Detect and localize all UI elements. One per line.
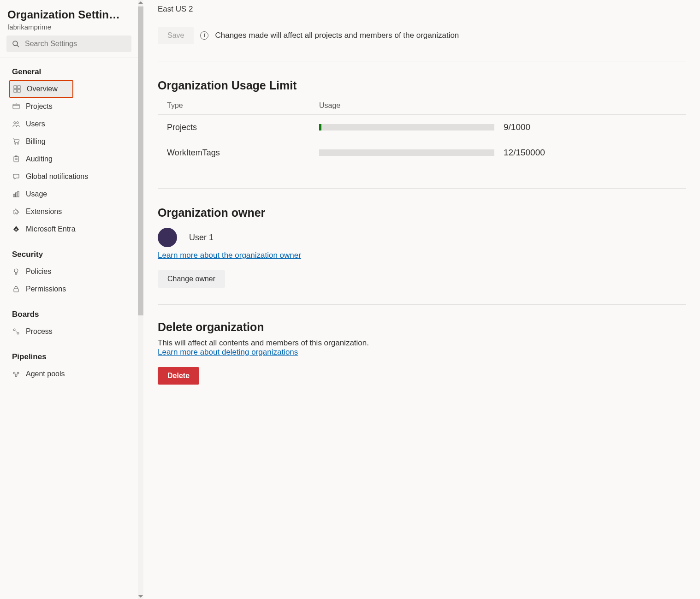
sidebar-item-permissions[interactable]: Permissions	[0, 280, 138, 298]
svg-point-12	[18, 143, 18, 144]
nav-group-security: Security Policies Permissions	[0, 241, 138, 301]
usage-table-header: Type Usage	[158, 97, 686, 115]
agents-icon	[12, 370, 20, 378]
sidebar-item-microsoft-entra[interactable]: Microsoft Entra	[0, 220, 138, 238]
sidebar-item-agent-pools[interactable]: Agent pools	[0, 365, 138, 383]
usage-count: 12/150000	[504, 148, 545, 158]
scroll-up-icon[interactable]	[138, 1, 143, 4]
svg-rect-13	[14, 156, 18, 162]
save-row: Save Changes made will affect all projec…	[158, 27, 686, 44]
svg-rect-2	[14, 86, 17, 89]
svg-rect-18	[16, 193, 17, 197]
sidebar-item-extensions[interactable]: Extensions	[0, 203, 138, 220]
usage-type: WorkItemTags	[167, 148, 319, 158]
usage-bar	[319, 149, 494, 156]
nav-group-title: General	[0, 61, 138, 80]
main-content: East US 2 Save Changes made will affect …	[144, 0, 700, 599]
scroll-thumb[interactable]	[138, 6, 143, 315]
svg-point-10	[17, 122, 18, 124]
delete-description: This will affect all contents and member…	[158, 338, 686, 348]
nav-group-title: Boards	[0, 303, 138, 323]
usage-row-projects: Projects 9/1000	[158, 115, 686, 140]
svg-rect-19	[18, 191, 19, 197]
usage-bar-fill	[319, 124, 321, 130]
entra-icon	[12, 225, 20, 233]
sidebar-item-auditing[interactable]: Auditing	[0, 150, 138, 168]
svg-point-9	[14, 122, 16, 124]
scroll-down-icon[interactable]	[138, 595, 143, 598]
users-icon	[12, 120, 20, 128]
usage-row-workitemtags: WorkItemTags 12/150000	[158, 140, 686, 165]
owner-heading: Organization owner	[158, 206, 686, 219]
svg-point-23	[13, 329, 15, 331]
delete-button[interactable]: Delete	[158, 367, 199, 385]
avatar	[158, 228, 177, 247]
nav-group-title: Security	[0, 243, 138, 263]
search-input[interactable]	[24, 39, 126, 48]
search-settings[interactable]	[6, 36, 131, 52]
svg-point-20	[14, 269, 18, 273]
lock-icon	[12, 285, 20, 293]
sidebar-item-billing[interactable]: Billing	[0, 133, 138, 150]
sidebar-item-usage[interactable]: Usage	[0, 185, 138, 203]
usage-count: 9/1000	[504, 122, 530, 132]
svg-point-25	[13, 372, 15, 374]
save-button: Save	[158, 27, 194, 44]
svg-point-11	[15, 143, 16, 144]
col-usage: Usage	[319, 101, 340, 110]
sidebar-item-process[interactable]: Process	[0, 323, 138, 340]
sidebar-item-users[interactable]: Users	[0, 115, 138, 133]
sidebar-item-overview[interactable]: Overview	[10, 81, 72, 97]
delete-heading: Delete organization	[158, 320, 686, 334]
svg-line-1	[17, 45, 19, 47]
svg-point-0	[13, 41, 18, 46]
owner-learn-more-link[interactable]: Learn more about the organization owner	[158, 251, 301, 260]
sidebar-item-projects[interactable]: Projects	[0, 98, 138, 115]
nav-label: Agent pools	[26, 370, 65, 378]
owner-row: User 1	[158, 228, 686, 247]
owner-name: User 1	[189, 233, 214, 243]
usage-bar	[319, 124, 494, 130]
chart-icon	[12, 190, 20, 198]
nav-label: Projects	[26, 102, 53, 111]
svg-rect-3	[18, 86, 20, 89]
nav-label: Process	[26, 327, 53, 336]
svg-rect-4	[14, 89, 17, 92]
info-icon	[200, 31, 208, 40]
nav-label: Policies	[26, 267, 51, 276]
nav-label: Auditing	[26, 155, 53, 163]
divider	[158, 188, 686, 189]
divider	[158, 61, 686, 61]
highlight-overview: Overview	[9, 80, 73, 98]
delete-learn-more-link[interactable]: Learn more about deleting organizations	[158, 348, 298, 356]
svg-rect-6	[13, 104, 19, 109]
region-value: East US 2	[158, 5, 686, 14]
process-icon	[12, 327, 20, 336]
projects-icon	[12, 102, 20, 111]
page-title: Organization Settin…	[7, 8, 131, 21]
svg-rect-5	[18, 89, 20, 92]
nav-label: Overview	[27, 85, 58, 93]
sidebar-item-policies[interactable]: Policies	[0, 263, 138, 280]
puzzle-icon	[12, 208, 20, 216]
search-icon	[12, 40, 19, 47]
nav-group-pipelines: Pipelines Agent pools	[0, 343, 138, 385]
svg-point-24	[17, 332, 19, 334]
usage-type: Projects	[167, 123, 319, 132]
nav-label: Usage	[26, 190, 47, 198]
nav-label: Users	[26, 120, 45, 128]
sidebar-header: Organization Settin… fabrikamprime	[0, 0, 138, 36]
nav-group-general: General Overview Projects Users	[0, 58, 138, 241]
usage-table: Type Usage Projects 9/1000 WorkItemTags …	[158, 97, 686, 165]
nav-label: Global notifications	[26, 172, 88, 181]
sidebar-item-global-notifications[interactable]: Global notifications	[0, 168, 138, 185]
sidebar-scrollbar[interactable]	[138, 0, 143, 599]
svg-rect-17	[13, 194, 15, 197]
save-info-text: Changes made will affect all projects an…	[215, 31, 459, 40]
sidebar: Organization Settin… fabrikamprime Gener…	[0, 0, 138, 599]
divider	[158, 304, 686, 305]
chat-icon	[12, 172, 20, 181]
change-owner-button[interactable]: Change owner	[158, 270, 225, 288]
svg-point-27	[15, 375, 17, 377]
nav-group-title: Pipelines	[0, 346, 138, 365]
